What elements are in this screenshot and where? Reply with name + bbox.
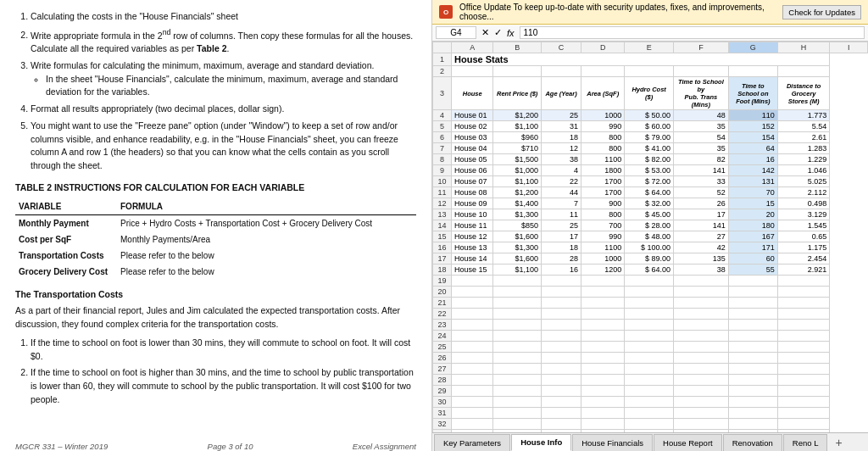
row-num-21: 21 [433,298,452,309]
cell-7-0: House 04 [452,143,493,154]
table-row: 4House 01$1,200251000$ 50.00481101.773 [433,110,868,121]
cell-8-7: 1.229 [777,154,829,165]
cancel-formula-button[interactable]: ✕ [480,27,491,38]
row-num-30: 30 [433,397,452,408]
variable-name: Grocery Delivery Cost [15,264,117,280]
cell-16-0: House 13 [452,242,493,253]
cell-8-0: House 05 [452,154,493,165]
tab-key-parameters[interactable]: Key Parameters [434,434,510,451]
transport-rule: If the time to school on foot is lower t… [31,337,416,364]
cell-11-5: 52 [673,187,728,198]
table-row: 14House 11$85025700$ 28.001411801.545 [433,220,868,231]
col-header-G: G [728,42,777,53]
col-header-D: D [581,42,625,53]
cell-16-2: 18 [542,242,581,253]
row-num-11: 11 [433,187,452,198]
cell-17-7: 2.454 [777,253,829,264]
cell-4-7: 1.773 [777,110,829,121]
empty-row-26: 26 [433,353,868,364]
row-num-31: 31 [433,408,452,419]
cell-4-0: House 01 [452,110,493,121]
row-num-8: 8 [433,154,452,165]
row-num-15: 15 [433,231,452,242]
cell-7-2: 12 [542,143,581,154]
cell-14-1: $850 [493,220,542,231]
cell-14-2: 25 [542,220,581,231]
tab-bar: Key ParametersHouse InfoHouse Financials… [432,432,868,451]
col-header-C: C [542,42,581,53]
cell-11-0: House 08 [452,187,493,198]
col-header-I: I [830,42,868,53]
cell-6-6: 154 [728,132,777,143]
variable-row: Cost per SqFMonthly Payments/Area [15,231,416,248]
row-num-4: 4 [433,110,452,121]
cell-15-0: House 12 [452,231,493,242]
cell-11-6: 70 [728,187,777,198]
variable-formula: Price + Hydro Costs + Transportation Cos… [117,214,416,231]
col-header-row [433,42,452,53]
add-sheet-button[interactable]: + [830,436,847,449]
formula-input[interactable] [520,26,865,39]
tab-renovation[interactable]: Renovation [723,434,782,451]
table-row: 8House 05$1,500381100$ 82.0082161.229 [433,154,868,165]
empty-row-30: 30 [433,397,868,408]
cell-4-5: 48 [673,110,728,121]
cell-15-5: 27 [673,231,728,242]
row-num-5: 5 [433,121,452,132]
cell-13-5: 17 [673,209,728,220]
table-row: 10House 07$1,100221700$ 72.00331315.025 [433,176,868,187]
cell-16-3: 1100 [581,242,625,253]
footer-left: MGCR 331 – Winter 2019 [15,441,108,452]
cell-16-1: $1,300 [493,242,542,253]
cell-7-4: $ 41.00 [625,143,674,154]
tab-house-financials[interactable]: House Financials [572,434,653,451]
cell-7-7: 1.283 [777,143,829,154]
col-header-B: B [493,42,542,53]
cell-18-6: 55 [728,264,777,276]
cell-12-0: House 09 [452,198,493,209]
col-header-label-1: Rent Price ($) [493,77,542,110]
row-num-26: 26 [433,353,452,364]
cell-5-1: $1,100 [493,121,542,132]
cell-12-3: 900 [581,198,625,209]
tab-reno-l[interactable]: Reno L [783,434,828,451]
cell-14-5: 141 [673,220,728,231]
variable-formula: Monthly Payments/Area [117,231,416,248]
office-icon: O [439,5,453,19]
cell-8-2: 38 [542,154,581,165]
cell-14-6: 180 [728,220,777,231]
cell-13-4: $ 45.00 [625,209,674,220]
transport-rule: If the time to school on foot is higher … [31,366,416,406]
row-num-18: 18 [433,264,452,276]
row-num-3: 3 [433,77,452,110]
variable-name: Monthly Payment [15,214,117,231]
tab-house-info[interactable]: House Info [511,434,571,451]
spreadsheet-container[interactable]: ABCDEFGHI1House Stats23HouseRent Price (… [432,42,868,432]
check-updates-button[interactable]: Check for Updates [782,5,861,19]
col-header-H: H [777,42,829,53]
cell-9-2: 4 [542,165,581,176]
cell-9-7: 1.046 [777,165,829,176]
cell-17-2: 28 [542,253,581,264]
tab-house-report[interactable]: House Report [654,434,722,451]
table-row: 17House 14$1,600281000$ 89.00135602.454 [433,253,868,264]
cell-8-6: 16 [728,154,777,165]
cell-reference-input[interactable] [436,26,476,39]
cell-9-5: 141 [673,165,728,176]
cell-13-0: House 10 [452,209,493,220]
cell-5-5: 35 [673,121,728,132]
cell-18-3: 1200 [581,264,625,276]
empty-row-25: 25 [433,342,868,353]
table-row: 9House 06$1,00041800$ 53.001411421.046 [433,165,868,176]
cell-5-0: House 02 [452,121,493,132]
cell-6-4: $ 79.00 [625,132,674,143]
empty-row-28: 28 [433,375,868,386]
col-header-label-3: Area (SqF) [581,77,625,110]
empty-row-20: 20 [433,287,868,298]
insert-function-button[interactable]: fx [505,28,516,38]
col-header-label-4: Hydro Cost ($) [625,77,674,110]
confirm-formula-button[interactable]: ✓ [492,27,504,38]
cell-16-7: 1.175 [777,242,829,253]
cell-14-0: House 11 [452,220,493,231]
row-num-25: 25 [433,342,452,353]
